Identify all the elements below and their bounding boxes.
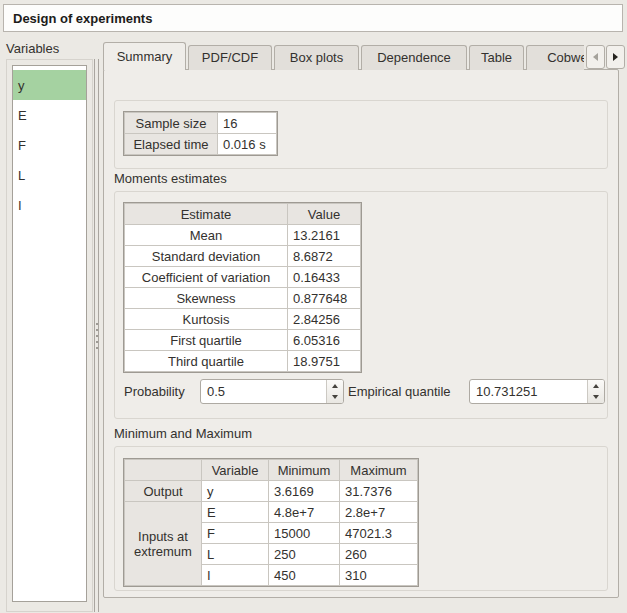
column-header: Maximum — [340, 460, 418, 481]
spin-down-button[interactable] — [327, 392, 343, 404]
table-cell: Skewness — [125, 288, 288, 309]
tab-cobweb[interactable]: Cobweb — [526, 45, 584, 70]
grip-dot-icon — [96, 329, 98, 331]
row-header: Sample size — [125, 113, 218, 134]
row-header-output: Output — [125, 481, 202, 502]
table-cell: First quartile — [125, 330, 288, 351]
tab-scroll-right-button[interactable] — [606, 45, 625, 69]
list-item-y[interactable]: y — [13, 70, 86, 100]
table-cell: y — [202, 481, 269, 502]
moments-table: Estimate Value Mean 13.2161 Standard dev… — [124, 203, 361, 372]
variables-label: Variables — [6, 41, 59, 56]
row-header: Elapsed time — [125, 134, 218, 155]
table-row: Sample size 16 — [125, 113, 277, 134]
spinner-buttons — [326, 380, 343, 403]
chevron-up-icon — [332, 384, 338, 388]
table-cell: 18.9751 — [288, 351, 361, 372]
table-cell: Kurtosis — [125, 309, 288, 330]
minmax-label: Minimum and Maximum — [114, 426, 252, 441]
table-cell: Coefficient of variation — [125, 267, 288, 288]
chevron-down-icon — [332, 395, 338, 399]
corner-header — [125, 460, 202, 481]
table-row: Third quartile 18.9751 — [125, 351, 361, 372]
table-cell: 6.05316 — [288, 330, 361, 351]
table-cell: 47021.3 — [340, 523, 418, 544]
arrow-right-icon — [613, 53, 618, 61]
table-cell: L — [202, 544, 269, 565]
table-row: Elapsed time 0.016 s — [125, 134, 277, 155]
table-cell: E — [202, 502, 269, 523]
table-cell: 13.2161 — [288, 225, 361, 246]
spin-up-button[interactable] — [588, 380, 604, 392]
variables-list: y E F L I — [12, 65, 87, 602]
row-header-inputs: Inputs at extremum — [125, 502, 202, 586]
table-row: Standard deviation 8.6872 — [125, 246, 361, 267]
table-row: Kurtosis 2.84256 — [125, 309, 361, 330]
table-cell: 450 — [269, 565, 340, 586]
table-cell: 16 — [218, 113, 277, 134]
spin-up-button[interactable] — [327, 380, 343, 392]
column-header: Minimum — [269, 460, 340, 481]
moments-estimates-label: Moments estimates — [114, 171, 227, 186]
variables-panel: y E F L I — [6, 59, 93, 612]
probability-label: Probability — [124, 384, 185, 399]
table-cell: 15000 — [269, 523, 340, 544]
list-item-f[interactable]: F — [13, 130, 86, 160]
window-title: Design of experiments — [3, 4, 623, 32]
table-cell: 31.7376 — [340, 481, 418, 502]
table-row: Coefficient of variation 0.16433 — [125, 267, 361, 288]
arrow-left-icon — [593, 53, 598, 61]
grip-dot-icon — [96, 335, 98, 337]
column-header: Variable — [202, 460, 269, 481]
empirical-quantile-spinbox — [469, 379, 605, 404]
spinner-buttons — [587, 380, 604, 403]
table-cell: 0.877648 — [288, 288, 361, 309]
table-row: Mean 13.2161 — [125, 225, 361, 246]
grip-dot-icon — [96, 347, 98, 349]
table-cell: 0.016 s — [218, 134, 277, 155]
design-of-experiments-window: Design of experiments Variables y E F L … — [0, 0, 627, 613]
splitter-handle[interactable] — [94, 59, 99, 612]
table-cell: Mean — [125, 225, 288, 246]
list-item-e[interactable]: E — [13, 100, 86, 130]
table-row: First quartile 6.05316 — [125, 330, 361, 351]
table-row: Output y 3.6169 31.7376 — [125, 481, 418, 502]
column-header: Value — [288, 204, 361, 225]
grip-dot-icon — [96, 323, 98, 325]
table-row: Inputs at extremum E 4.8e+7 2.8e+7 — [125, 502, 418, 523]
tab-summary[interactable]: Summary — [103, 42, 186, 70]
table-cell: 310 — [340, 565, 418, 586]
tab-bar: Summary PDF/CDF Box plots Dependence Tab… — [103, 42, 584, 70]
quantile-controls-row: Probability Empirical quantile — [115, 378, 607, 406]
chevron-down-icon — [593, 395, 599, 399]
list-item-i[interactable]: I — [13, 190, 86, 220]
tab-dependence[interactable]: Dependence — [361, 45, 467, 70]
table-cell: 2.8e+7 — [340, 502, 418, 523]
table-cell: 0.16433 — [288, 267, 361, 288]
summary-tab-panel: Sample size 16 Elapsed time 0.016 s Mome… — [103, 69, 619, 598]
table-cell: Standard deviation — [125, 246, 288, 267]
probability-spinbox — [200, 379, 344, 404]
tab-box-plots[interactable]: Box plots — [274, 45, 359, 70]
spin-down-button[interactable] — [588, 392, 604, 404]
tab-scroll-left-button[interactable] — [586, 45, 605, 69]
table-header-row: Estimate Value — [125, 204, 361, 225]
minmax-table: Variable Minimum Maximum Output y 3.6169… — [124, 459, 418, 586]
empirical-quantile-label: Empirical quantile — [348, 384, 451, 399]
sample-info-groupbox: Sample size 16 Elapsed time 0.016 s — [114, 100, 608, 169]
table-cell: 4.8e+7 — [269, 502, 340, 523]
tab-pdf-cdf[interactable]: PDF/CDF — [188, 45, 272, 70]
column-header: Estimate — [125, 204, 288, 225]
table-cell: 250 — [269, 544, 340, 565]
table-header-row: Variable Minimum Maximum — [125, 460, 418, 481]
table-cell: 260 — [340, 544, 418, 565]
probability-input[interactable] — [201, 380, 326, 403]
list-item-l[interactable]: L — [13, 160, 86, 190]
minmax-groupbox: Variable Minimum Maximum Output y 3.6169… — [114, 446, 608, 591]
tab-table[interactable]: Table — [469, 45, 524, 70]
table-cell: Third quartile — [125, 351, 288, 372]
empirical-quantile-input[interactable] — [470, 380, 587, 403]
table-cell: 8.6872 — [288, 246, 361, 267]
table-cell: 3.6169 — [269, 481, 340, 502]
table-cell: F — [202, 523, 269, 544]
